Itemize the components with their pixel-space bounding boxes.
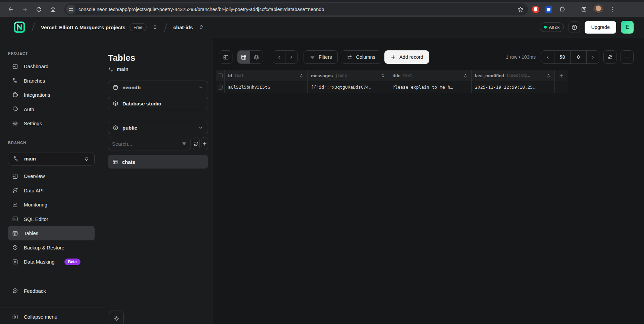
sort-icon[interactable] [299,73,304,78]
panel-branch: main [108,66,208,72]
add-table-button[interactable] [202,137,208,150]
refresh-icon [607,54,613,60]
cell-last-modified[interactable]: 2025-11-19 22:59:18.25… [472,81,555,93]
neon-logo[interactable] [13,21,25,33]
back-icon [8,6,14,12]
upgrade-button[interactable]: Upgrade [585,21,616,34]
cell-id[interactable]: aClS2l5bHhV3E5tG [225,81,308,93]
sidebar-item-data-api[interactable]: Data API [8,183,95,198]
sidebar-item-sql-editor[interactable]: SQL Editor [8,212,95,226]
table-item-chats[interactable]: chats [108,155,208,169]
browser-reload-button[interactable] [33,3,45,15]
chevron-down-icon [198,125,203,130]
sidebar-item-branches[interactable]: Branches [8,74,95,88]
view-grid-toggle[interactable] [237,51,250,63]
panel-settings-button[interactable] [109,311,124,324]
help-button[interactable] [569,21,580,33]
sidebar-item-label: Settings [24,121,42,126]
gear-icon [12,121,18,127]
user-avatar[interactable]: E [621,21,634,34]
status-badge[interactable]: All ok [540,22,564,32]
org-breadcrumb[interactable]: Vercel: Elliott A Marquez's projects [41,25,125,30]
browser-back-button[interactable] [5,3,17,15]
sidebar-item-settings[interactable]: Settings [8,117,95,131]
column-header-id[interactable]: id text [225,70,308,81]
dashboard-icon [12,63,18,70]
tab-search-button[interactable] [578,3,590,15]
refresh-tables-button[interactable] [193,137,200,150]
url-text[interactable]: console.neon.tech/app/projects/quiet-poe… [78,7,514,12]
row-select-cell [216,81,225,93]
view-structure-toggle[interactable] [250,51,263,63]
tab-search-icon [581,6,587,12]
column-header-messages[interactable]: messages jsonb [308,70,389,81]
page-size-value[interactable]: 50 [554,51,570,63]
sidebar-item-integrations[interactable]: Integrations [8,88,95,102]
table-row[interactable]: aClS2l5bHhV3E5tG [{"id":"x3qtgURaDdsC74…… [216,81,568,93]
add-column-button[interactable] [555,70,568,81]
sidebar-item-dashboard[interactable]: Dashboard [8,59,95,74]
sidebar-item-label: Data Masking [24,259,55,265]
org-switcher-icon[interactable] [152,24,158,30]
column-header-last-modified[interactable]: last_modified timestamp… [472,70,555,81]
sidebar-item-label: Monitoring [24,202,47,207]
browser-forward-button[interactable] [19,3,31,15]
history-forward-button[interactable] [285,51,297,63]
browser-menu-button[interactable] [607,3,619,15]
branch-selector[interactable]: main [8,152,95,166]
sort-icon[interactable] [380,73,385,78]
sidebar-item-label: Tables [24,230,38,236]
sort-icon[interactable] [463,73,468,78]
cell-messages[interactable]: [{"id":"x3qtgURaDdsC74… [308,81,389,93]
extension-blue-icon[interactable] [545,6,552,13]
home-icon [50,6,56,12]
collapse-menu-button[interactable]: Collapse menu [8,310,95,324]
extension-red-icon[interactable] [532,6,539,13]
schema-selector[interactable]: public [108,121,208,134]
sidebar-item-label: Collapse menu [24,314,57,320]
browser-profile-avatar[interactable] [593,4,603,14]
sidebar-item-data-masking[interactable]: Data Masking Beta [8,254,95,269]
layers-icon [113,101,118,106]
database-studio-label: Database studio [122,101,161,106]
toggle-panel-button[interactable] [219,50,232,64]
grid-more-button[interactable] [621,50,634,64]
pagination: 50 0 [541,50,599,64]
row-checkbox[interactable] [218,85,223,90]
table-search-input[interactable] [112,141,179,147]
sidebar-item-monitoring[interactable]: Monitoring [8,197,95,212]
address-bar[interactable]: console.neon.tech/app/projects/quiet-poe… [64,3,528,15]
refresh-grid-button[interactable] [603,50,616,64]
page-prev-button[interactable] [541,51,554,63]
sort-icon[interactable] [546,73,551,78]
chevron-right-icon [289,55,294,60]
sidebar-item-auth[interactable]: Auth [8,102,95,117]
breadcrumb-divider [32,22,35,32]
table-search[interactable] [108,137,191,150]
project-breadcrumb[interactable]: chat-ids [173,25,193,30]
sidebar-divider [0,308,103,308]
git-branch-icon [13,156,19,162]
column-header-title[interactable]: title text [389,70,472,81]
reload-icon [36,6,42,12]
sidebar-item-feedback[interactable]: Feedback [8,284,95,298]
filters-button[interactable]: Filters [304,50,338,64]
columns-button[interactable]: Columns [341,50,381,64]
page-next-button[interactable] [586,51,599,63]
bookmark-star-icon[interactable] [517,6,524,13]
browser-home-button[interactable] [47,3,59,15]
select-all-checkbox[interactable] [218,73,223,78]
project-switcher-icon[interactable] [198,24,204,30]
history-back-button[interactable] [273,51,285,63]
filter-icon[interactable] [181,141,187,146]
site-info-button[interactable] [66,5,75,14]
extensions-button[interactable] [556,3,568,15]
sidebar-item-backup-restore[interactable]: Backup & Restore [8,240,95,255]
cell-title[interactable]: Please explain to me h… [389,81,472,93]
sidebar-item-overview[interactable]: Overview [8,169,95,183]
page-offset-value[interactable]: 0 [570,51,586,63]
database-studio-button[interactable]: Database studio [108,97,208,110]
sidebar-item-tables[interactable]: Tables [8,226,95,240]
add-record-button[interactable]: Add record [384,50,429,64]
database-selector[interactable]: neondb [108,81,208,94]
